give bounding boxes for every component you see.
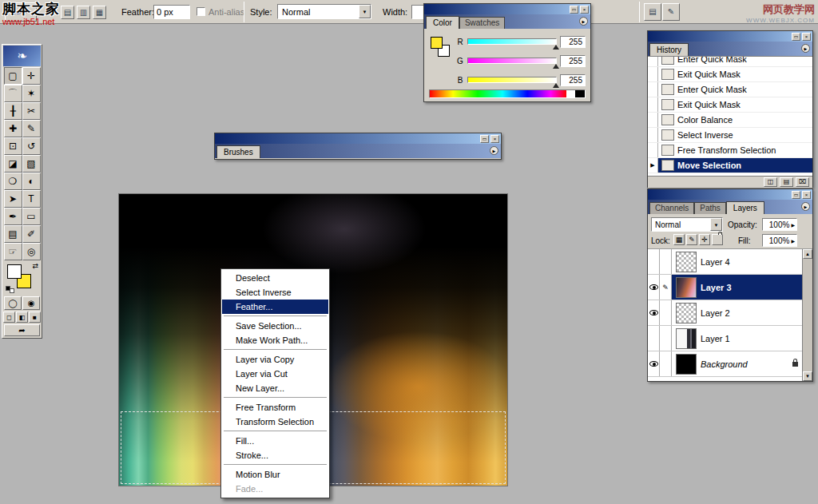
green-value-input[interactable]: 255 — [560, 55, 586, 67]
history-source-cell[interactable] — [648, 67, 658, 81]
visibility-toggle[interactable] — [648, 275, 660, 300]
tool-dodge[interactable]: ◐ — [22, 173, 41, 190]
menu-item-feather[interactable]: Feather... — [222, 300, 328, 314]
new-snapshot-icon[interactable]: ◫ — [764, 177, 777, 187]
default-colors-icon[interactable] — [6, 286, 14, 293]
palette-titlebar[interactable]: ▭ × — [215, 133, 501, 144]
minimize-icon[interactable]: ▭ — [792, 33, 800, 41]
tool-notes[interactable]: ▤ — [4, 225, 22, 243]
palette-menu-icon[interactable]: ▶ — [490, 146, 498, 155]
history-item[interactable]: Free Transform Selection — [648, 143, 812, 158]
link-cell[interactable] — [660, 300, 672, 325]
link-cell[interactable]: ✎ — [660, 275, 672, 300]
history-slider-icon[interactable]: ▶ — [648, 158, 658, 173]
file-browser-button[interactable]: ▤ — [644, 3, 661, 21]
lock-all-icon[interactable] — [712, 234, 723, 245]
history-source-cell[interactable] — [648, 128, 658, 142]
palette-menu-icon[interactable]: ▶ — [801, 44, 810, 53]
tab-color[interactable]: Color — [426, 16, 459, 29]
history-item[interactable]: Exit Quick Mask — [648, 67, 812, 82]
minimize-icon[interactable]: ▭ — [792, 191, 800, 199]
lock-image-icon[interactable]: ✎ — [686, 234, 697, 245]
visibility-toggle[interactable] — [648, 300, 660, 325]
tab-layers[interactable]: Layers — [726, 201, 764, 214]
layers-scrollbar[interactable]: ▲ ▼ — [802, 249, 812, 381]
layer-row[interactable]: Layer 2 — [648, 300, 812, 326]
tab-paths[interactable]: Paths — [694, 202, 726, 214]
menu-item-transform-selection[interactable]: Transform Selection — [222, 415, 328, 429]
menu-item-motion-blur[interactable]: Motion Blur — [222, 467, 328, 482]
link-cell[interactable] — [660, 249, 672, 274]
layer-thumbnail[interactable] — [676, 277, 697, 298]
blue-slider[interactable] — [467, 77, 557, 83]
minimize-icon[interactable]: ▭ — [480, 135, 489, 143]
history-source-cell[interactable] — [648, 143, 658, 157]
minimize-icon[interactable]: ▭ — [570, 6, 578, 14]
slider-thumb-icon[interactable] — [553, 83, 559, 88]
menu-item-free-transform[interactable]: Free Transform — [222, 400, 328, 415]
green-slider[interactable] — [467, 58, 557, 64]
layer-thumbnail[interactable] — [676, 303, 697, 323]
spinner-icon[interactable]: ▶ — [791, 238, 795, 244]
feather-input[interactable]: 0 px — [153, 5, 190, 19]
quick-mask-button[interactable]: ◉ — [22, 296, 40, 310]
lock-transparency-icon[interactable]: ▦ — [673, 234, 685, 245]
visibility-toggle[interactable] — [648, 326, 660, 351]
menu-item-layer-via-copy[interactable]: Layer via Copy — [222, 352, 328, 367]
toolbar-icon-1[interactable]: ▤ — [61, 6, 74, 19]
tool-path-selection[interactable]: ➤ — [4, 190, 22, 208]
new-document-icon[interactable]: ▤ — [780, 177, 793, 187]
history-item[interactable]: Enter Quick Mask — [648, 82, 812, 97]
style-select[interactable]: Normal ▼ — [277, 4, 371, 19]
layer-thumbnail[interactable] — [676, 252, 697, 272]
close-icon[interactable]: × — [490, 135, 499, 143]
history-source-cell[interactable] — [648, 56, 658, 66]
foreground-color-swatch[interactable] — [7, 264, 22, 279]
history-item[interactable]: Select Inverse — [648, 128, 812, 143]
menu-item-fill[interactable]: Fill... — [222, 434, 328, 448]
foreground-color-swatch[interactable] — [431, 37, 443, 49]
layer-row-selected[interactable]: ✎ Layer 3 — [648, 275, 812, 300]
tool-zoom[interactable]: ◎ — [22, 243, 41, 260]
menu-item-layer-via-cut[interactable]: Layer via Cut — [222, 367, 328, 381]
lock-position-icon[interactable]: ✛ — [699, 234, 710, 245]
toolbar-icon-2[interactable]: ▥ — [77, 6, 90, 19]
standard-mode-button[interactable]: ◯ — [4, 296, 22, 310]
tab-swatches[interactable]: Swatches — [459, 17, 505, 29]
layer-row[interactable]: Layer 4 — [648, 249, 812, 275]
tab-channels[interactable]: Channels — [649, 202, 694, 214]
menu-item-select-inverse[interactable]: Select Inverse — [222, 285, 328, 300]
screen-mode-full-button[interactable]: ■ — [29, 312, 41, 323]
tool-brush[interactable]: ✎ — [22, 120, 41, 137]
menu-item-new-layer[interactable]: New Layer... — [222, 381, 328, 395]
tool-clone-stamp[interactable]: ⊡ — [4, 137, 22, 155]
blend-mode-select[interactable]: Normal ▼ — [651, 217, 723, 232]
history-source-cell[interactable] — [648, 82, 658, 97]
menu-item-make-work-path[interactable]: Make Work Path... — [222, 333, 328, 347]
layer-thumbnail[interactable] — [676, 354, 697, 375]
toolbar-icon-3[interactable]: ▦ — [93, 6, 106, 19]
tool-lasso[interactable]: ⌒ — [4, 85, 22, 102]
tool-preset-picker[interactable]: ❧ ▼ — [5, 2, 37, 22]
color-spectrum-bar[interactable] — [429, 89, 586, 98]
tab-history[interactable]: History — [649, 43, 689, 56]
tool-healing-brush[interactable]: ✚ — [4, 120, 22, 137]
tool-eraser[interactable]: ◪ — [4, 155, 22, 173]
screen-mode-menubar-button[interactable]: ◧ — [16, 312, 28, 323]
tool-rectangular-marquee[interactable]: ▢ — [4, 67, 22, 85]
red-slider[interactable] — [467, 38, 557, 45]
chevron-down-icon[interactable]: ▼ — [710, 218, 722, 231]
tool-shape[interactable]: ▭ — [22, 208, 41, 225]
history-item[interactable]: Color Balance — [648, 113, 812, 128]
history-source-cell[interactable] — [648, 97, 658, 112]
palette-menu-icon[interactable]: ▶ — [801, 202, 810, 211]
opacity-input[interactable]: 100% ▶ — [762, 218, 797, 231]
tool-move[interactable]: ✛ — [22, 67, 41, 85]
layer-row[interactable]: Layer 1 — [648, 326, 812, 351]
scroll-up-icon[interactable]: ▲ — [803, 249, 812, 259]
tool-eyedropper[interactable]: ✐ — [22, 225, 41, 243]
visibility-toggle[interactable] — [648, 249, 660, 274]
tool-slice[interactable]: ✂ — [22, 102, 41, 120]
tool-pen[interactable]: ✒ — [4, 208, 22, 225]
red-value-input[interactable]: 255 — [560, 36, 586, 48]
